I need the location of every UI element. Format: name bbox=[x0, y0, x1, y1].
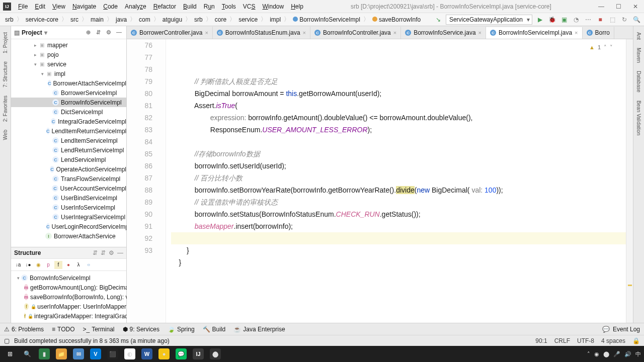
tray-icon-2[interactable]: ⬤ bbox=[603, 351, 609, 357]
tool-favorites-tab[interactable]: 2: Favorites bbox=[3, 94, 8, 124]
show-inherited-icon[interactable]: f bbox=[54, 261, 62, 269]
sort-alpha-icon[interactable]: ↓a bbox=[14, 261, 22, 269]
code-line[interactable]: // 设置借款申请的审核状态 bbox=[171, 196, 626, 208]
task-app-4[interactable]: V bbox=[89, 347, 103, 360]
task-app-7[interactable]: W bbox=[140, 347, 154, 360]
editor-tab[interactable]: CBorrowInfoServiceImpl.java× bbox=[486, 27, 583, 39]
menu-run[interactable]: Run bbox=[201, 2, 218, 12]
tray-icon-3[interactable]: 🎤 bbox=[613, 351, 620, 357]
indent[interactable]: 4 spaces bbox=[601, 337, 625, 344]
tree-item[interactable]: ▸▣pojo bbox=[11, 50, 126, 59]
structure-root[interactable]: ▾ C BorrowInfoServiceImpl bbox=[11, 273, 126, 283]
code-line[interactable]: borrowInfo.setStatus(BorrowInfoStatusEnu… bbox=[171, 208, 626, 220]
tree-arrow-icon[interactable]: ▾ bbox=[32, 62, 38, 67]
tree-item[interactable]: CLendReturnServiceImpl bbox=[11, 145, 126, 155]
error-stripe[interactable] bbox=[626, 39, 633, 323]
bottom-tool-terminal[interactable]: >_Terminal bbox=[83, 326, 115, 333]
attach-icon[interactable]: ⋯ bbox=[584, 15, 593, 24]
sort-vis-icon[interactable]: ↓● bbox=[24, 261, 32, 269]
git-icon[interactable]: ⬚ bbox=[608, 15, 617, 24]
chevron-down-icon[interactable]: ▾ bbox=[44, 29, 47, 36]
tree-item[interactable]: IBorrowerAttachService bbox=[11, 231, 126, 241]
show-lambda-icon[interactable]: λ bbox=[74, 261, 83, 269]
expand-icon[interactable]: ⇵ bbox=[96, 29, 103, 36]
tree-item[interactable]: CLendItemReturnServiceImpl bbox=[11, 126, 126, 136]
show-proto-icon[interactable]: p bbox=[44, 261, 52, 269]
menu-window[interactable]: Window bbox=[259, 2, 287, 12]
line-number[interactable]: 78 bbox=[127, 63, 152, 75]
breadcrumb-seg[interactable]: core bbox=[213, 15, 228, 24]
line-number[interactable]: 91 bbox=[127, 220, 152, 232]
search-icon[interactable]: 🔍 bbox=[632, 15, 641, 24]
code-line[interactable] bbox=[171, 268, 626, 281]
coverage-icon[interactable]: ▣ bbox=[559, 15, 569, 24]
tree-arrow-icon[interactable]: ▸ bbox=[32, 52, 38, 57]
tool-web-tab[interactable]: Web bbox=[3, 128, 8, 142]
task-app-1[interactable]: ▮ bbox=[37, 347, 51, 360]
close-tab-icon[interactable]: × bbox=[205, 30, 208, 36]
breadcrumb-seg[interactable]: service bbox=[236, 15, 260, 24]
stop-icon[interactable]: ■ bbox=[596, 15, 605, 24]
breadcrumb-method[interactable]: saveBorrowInfo bbox=[370, 15, 423, 24]
gear-icon[interactable]: ⚙ bbox=[106, 29, 113, 36]
breadcrumb-seg[interactable]: java bbox=[114, 15, 129, 24]
line-number[interactable]: 83 bbox=[127, 124, 152, 136]
editor-tab[interactable]: CBorro bbox=[583, 27, 614, 39]
tool-beanvalidation-tab[interactable]: Bean Validation bbox=[636, 99, 641, 137]
close-tab-icon[interactable]: × bbox=[303, 30, 306, 36]
tree-item[interactable]: CIntegralGradeServiceImpl bbox=[11, 117, 126, 126]
code-line[interactable]: borrowInfo.setBorrowYearRate(borrowInfo.… bbox=[171, 184, 626, 196]
line-number[interactable]: 85 bbox=[127, 148, 152, 160]
tree-item[interactable]: CBorrowerServiceImpl bbox=[11, 88, 126, 98]
bottom-tool-javaenterprise[interactable]: ☕Java Enterprise bbox=[233, 326, 285, 333]
editor-tab[interactable]: CBorrowInfoService.java× bbox=[401, 27, 486, 39]
run-icon[interactable]: ▶ bbox=[535, 15, 544, 24]
tree-item[interactable]: CUserAccountServiceImpl bbox=[11, 184, 126, 193]
tree-arrow-icon[interactable]: ▾ bbox=[39, 71, 45, 76]
code-line[interactable] bbox=[171, 136, 626, 148]
task-app-10[interactable]: IJ bbox=[191, 347, 205, 360]
tool-structure-tab[interactable]: 7: Structure bbox=[3, 59, 8, 89]
line-number[interactable]: 86 bbox=[127, 160, 152, 172]
menu-code[interactable]: Code bbox=[100, 2, 121, 12]
maximize-icon[interactable]: ☐ bbox=[613, 3, 624, 10]
line-number[interactable]: 89 bbox=[127, 196, 152, 208]
task-app-8[interactable]: ● bbox=[157, 347, 171, 360]
bottom-tool-problems[interactable]: ⚠6: Problems bbox=[4, 326, 44, 333]
structure-member[interactable]: f🔒userInfoMapper: UserInfoMapper bbox=[11, 302, 126, 311]
code-line[interactable]: // 判断借款人额度是否充足 bbox=[171, 75, 626, 87]
tray-volume-icon[interactable]: 🔊 bbox=[624, 351, 631, 357]
struct-collapse-icon[interactable]: ⇵ bbox=[101, 249, 106, 256]
minimize-icon[interactable]: — bbox=[596, 3, 607, 10]
breadcrumb-seg[interactable]: service-core bbox=[24, 15, 60, 24]
code-line[interactable]: baseMapper.insert(borrowInfo); bbox=[171, 220, 626, 232]
close-tab-icon[interactable]: × bbox=[478, 30, 481, 36]
status-window-icon[interactable]: ▢ bbox=[4, 337, 11, 344]
hide-icon[interactable]: — bbox=[116, 29, 123, 36]
line-number[interactable]: 81 bbox=[127, 100, 152, 112]
start-icon[interactable]: ⊞ bbox=[3, 347, 17, 360]
update-icon[interactable]: ↻ bbox=[620, 15, 629, 24]
tree-arrow-icon[interactable]: ▸ bbox=[32, 43, 38, 48]
tree-item[interactable]: CDictServiceImpl bbox=[11, 107, 126, 117]
breadcrumb-seg[interactable]: srb bbox=[3, 15, 16, 24]
menu-file[interactable]: File bbox=[15, 2, 31, 12]
editor-tab[interactable]: CBorrowInfoStatusEnum.java× bbox=[213, 27, 310, 39]
menu-edit[interactable]: Edit bbox=[32, 2, 48, 12]
tree-item[interactable]: CTransFlowServiceImpl bbox=[11, 174, 126, 184]
tool-ant-tab[interactable]: Ant bbox=[636, 30, 641, 42]
event-log-label[interactable]: Event Log bbox=[613, 326, 640, 333]
next-highlight-icon[interactable]: ˅ bbox=[610, 41, 613, 53]
search-taskbar-icon[interactable]: 🔍 bbox=[20, 347, 34, 360]
breadcrumb-class[interactable]: BorrowInfoServiceImpl bbox=[291, 15, 362, 24]
code-line[interactable]: } bbox=[171, 244, 626, 256]
struct-gear-icon[interactable]: ⚙ bbox=[109, 249, 114, 256]
encoding[interactable]: UTF-8 bbox=[577, 337, 594, 344]
structure-member[interactable]: mgetBorrowAmount(Long): BigDecimal bbox=[11, 283, 126, 292]
profile-icon[interactable]: ◔ bbox=[572, 15, 581, 24]
build-hammer-icon[interactable]: ↘ bbox=[434, 15, 443, 24]
menu-view[interactable]: View bbox=[49, 2, 68, 12]
structure-member[interactable]: msaveBorrowInfo(BorrowInfo, Long): void bbox=[11, 292, 126, 302]
code-line[interactable]: expression: borrowInfo.getAmount().doubl… bbox=[171, 112, 626, 124]
line-sep[interactable]: CRLF bbox=[554, 337, 570, 344]
